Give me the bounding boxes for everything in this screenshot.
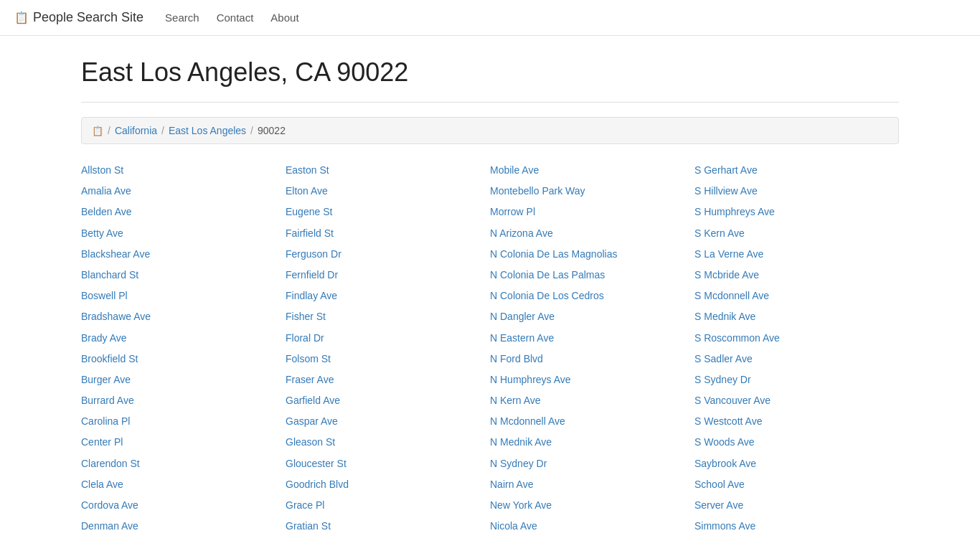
street-link[interactable]: New York Ave	[490, 496, 687, 514]
street-link[interactable]: Nicola Ave	[490, 517, 687, 535]
street-link[interactable]: Findlay Ave	[286, 287, 483, 305]
street-link[interactable]: N Arizona Ave	[490, 225, 687, 242]
street-link[interactable]: S Mcbride Ave	[694, 266, 892, 284]
street-link[interactable]: Burger Ave	[81, 371, 278, 389]
divider	[81, 102, 899, 103]
nav-link-search[interactable]: Search	[165, 11, 199, 24]
street-link[interactable]: N Sydney Dr	[490, 455, 687, 473]
street-link[interactable]: Floral Dr	[286, 329, 483, 347]
street-link[interactable]: Brookfield St	[81, 350, 278, 368]
street-link[interactable]: N Colonia De Las Magnolias	[490, 245, 687, 263]
street-link[interactable]: Goodrich Blvd	[286, 476, 483, 494]
street-link[interactable]: N Colonia De Los Cedros	[490, 287, 687, 305]
street-link[interactable]: Blackshear Ave	[81, 245, 278, 263]
street-link[interactable]: Nairn Ave	[490, 476, 687, 494]
street-link[interactable]: Fisher St	[286, 308, 483, 326]
street-link[interactable]: S Westcott Ave	[694, 413, 892, 430]
street-link[interactable]: Brady Ave	[81, 329, 278, 347]
street-link[interactable]: School Ave	[694, 476, 892, 494]
nav-item-search[interactable]: Search	[165, 11, 199, 24]
breadcrumb-sep-0: /	[108, 125, 110, 136]
street-link[interactable]: Fairfield St	[286, 225, 483, 242]
street-link[interactable]: S Sadler Ave	[694, 350, 892, 368]
street-col-1: Allston StAmalia AveBelden AveBetty AveB…	[81, 161, 286, 535]
street-link[interactable]: S Hillview Ave	[694, 182, 892, 200]
street-link[interactable]: S Kern Ave	[694, 225, 892, 242]
street-link[interactable]: Morrow Pl	[490, 203, 687, 221]
street-link[interactable]: S Gerhart Ave	[694, 161, 892, 179]
breadcrumb-california[interactable]: California	[115, 125, 157, 136]
brand-icon: 📋	[14, 11, 29, 24]
street-link[interactable]: S Mednik Ave	[694, 308, 892, 326]
breadcrumb-home-icon: 📋	[92, 126, 103, 136]
nav-item-about[interactable]: About	[270, 11, 298, 24]
nav-link-about[interactable]: About	[270, 11, 298, 24]
street-link[interactable]: Ferguson Dr	[286, 245, 483, 263]
street-link[interactable]: Fernfield Dr	[286, 266, 483, 284]
street-link[interactable]: S Roscommon Ave	[694, 329, 892, 347]
street-link[interactable]: N Eastern Ave	[490, 329, 687, 347]
street-link[interactable]: Mobile Ave	[490, 161, 687, 179]
street-link[interactable]: Server Ave	[694, 496, 892, 514]
nav-menu: Search Contact About	[165, 11, 298, 24]
street-link[interactable]: Garfield Ave	[286, 392, 483, 410]
street-link[interactable]: S Mcdonnell Ave	[694, 287, 892, 305]
street-link[interactable]: Fraser Ave	[286, 371, 483, 389]
main-content: East Los Angeles, CA 90022 📋 / Californi…	[67, 36, 913, 551]
street-col-2: Easton StElton AveEugene StFairfield StF…	[286, 161, 490, 535]
navbar: 📋 People Search Site Search Contact Abou…	[0, 0, 980, 36]
street-link[interactable]: Bradshawe Ave	[81, 308, 278, 326]
street-link[interactable]: Allston St	[81, 161, 278, 179]
street-link[interactable]: Saybrook Ave	[694, 455, 892, 473]
street-link[interactable]: N Mcdonnell Ave	[490, 413, 687, 430]
breadcrumb-sep-1: /	[161, 125, 164, 136]
street-link[interactable]: Simmons Ave	[694, 517, 892, 535]
street-link[interactable]: Boswell Pl	[81, 287, 278, 305]
street-link[interactable]: Belden Ave	[81, 203, 278, 221]
street-link[interactable]: Gleason St	[286, 433, 483, 451]
street-link[interactable]: N Mednik Ave	[490, 433, 687, 451]
breadcrumb-east-los-angeles[interactable]: East Los Angeles	[169, 125, 246, 136]
page-title: East Los Angeles, CA 90022	[81, 57, 899, 88]
street-link[interactable]: Clarendon St	[81, 455, 278, 473]
street-link[interactable]: N Humphreys Ave	[490, 371, 687, 389]
street-link[interactable]: N Ford Blvd	[490, 350, 687, 368]
street-col-4: S Gerhart AveS Hillview AveS Humphreys A…	[694, 161, 899, 535]
street-link[interactable]: S La Verne Ave	[694, 245, 892, 263]
streets-grid: Allston StAmalia AveBelden AveBetty AveB…	[81, 161, 899, 535]
street-link[interactable]: S Woods Ave	[694, 433, 892, 451]
street-link[interactable]: Center Pl	[81, 433, 278, 451]
nav-item-contact[interactable]: Contact	[217, 11, 254, 24]
street-link[interactable]: Elton Ave	[286, 182, 483, 200]
nav-link-contact[interactable]: Contact	[217, 11, 254, 24]
street-link[interactable]: Grace Pl	[286, 496, 483, 514]
breadcrumb: 📋 / California / East Los Angeles / 9002…	[81, 117, 899, 144]
street-link[interactable]: S Vancouver Ave	[694, 392, 892, 410]
street-link[interactable]: N Dangler Ave	[490, 308, 687, 326]
street-link[interactable]: Easton St	[286, 161, 483, 179]
street-link[interactable]: Gaspar Ave	[286, 413, 483, 430]
brand-link[interactable]: 📋 People Search Site	[14, 10, 143, 25]
breadcrumb-current: 90022	[258, 125, 286, 136]
street-col-3: Mobile AveMontebello Park WayMorrow PlN …	[490, 161, 694, 535]
street-link[interactable]: Gloucester St	[286, 455, 483, 473]
street-link[interactable]: Cordova Ave	[81, 496, 278, 514]
breadcrumb-sep-2: /	[250, 125, 253, 136]
street-link[interactable]: Carolina Pl	[81, 413, 278, 430]
street-link[interactable]: Blanchard St	[81, 266, 278, 284]
street-link[interactable]: Betty Ave	[81, 225, 278, 242]
street-link[interactable]: Denman Ave	[81, 517, 278, 535]
street-link[interactable]: Clela Ave	[81, 476, 278, 494]
street-link[interactable]: Burrard Ave	[81, 392, 278, 410]
street-link[interactable]: Montebello Park Way	[490, 182, 687, 200]
brand-label: People Search Site	[33, 10, 143, 25]
street-link[interactable]: Eugene St	[286, 203, 483, 221]
street-link[interactable]: S Sydney Dr	[694, 371, 892, 389]
street-link[interactable]: S Humphreys Ave	[694, 203, 892, 221]
street-link[interactable]: Amalia Ave	[81, 182, 278, 200]
street-link[interactable]: Folsom St	[286, 350, 483, 368]
street-link[interactable]: Gratian St	[286, 517, 483, 535]
street-link[interactable]: N Colonia De Las Palmas	[490, 266, 687, 284]
street-link[interactable]: N Kern Ave	[490, 392, 687, 410]
